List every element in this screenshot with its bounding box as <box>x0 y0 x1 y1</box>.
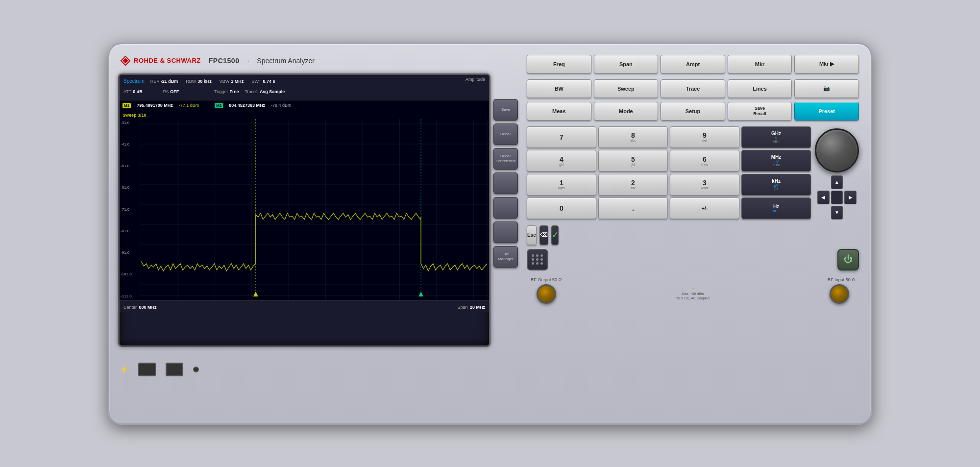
right-panel: Freq Span Ampt Mkr Mkr ▶ BW Sweep Trace … <box>525 53 861 415</box>
marker-m2-freq: 804.4527363 MHz <box>229 103 265 108</box>
key-dot[interactable]: . <box>598 197 668 219</box>
key-5[interactable]: 5jkl <box>598 150 668 172</box>
bottom-ports-row: ⚡ <box>118 352 518 387</box>
trace-label: Trace1 <box>245 89 258 94</box>
usb-port-1 <box>138 363 156 376</box>
side-buttons-column: Save Recall RecallScreenshot FileManager <box>493 74 518 347</box>
screen-display[interactable]: Spectrum REF-21 dBm RBW30 kHz VBW1 MHz S… <box>118 74 490 347</box>
key-1[interactable]: 1pqrs <box>527 174 596 196</box>
marker-m1-label: M1 <box>122 103 131 108</box>
marker-m1-value: -77.1 dBm <box>179 103 199 108</box>
logo-text: ROHDE & SCHWARZ <box>134 57 201 64</box>
preset-button[interactable]: Preset <box>794 102 859 121</box>
sweep-button[interactable]: Sweep <box>594 79 659 98</box>
setup-button[interactable]: Setup <box>661 102 725 121</box>
screen-wrapper: Spectrum REF-21 dBm RBW30 kHz VBW1 MHz S… <box>118 74 518 347</box>
usb-port-2 <box>166 363 183 376</box>
span-label: Span <box>458 305 468 310</box>
key-7[interactable]: 7 <box>527 126 596 148</box>
vbw-label: VBW <box>220 79 230 84</box>
spectrum-area: -31.0 -41.0 -51.0 -61.0 -71.0 -81.0 -91.… <box>120 119 489 300</box>
key-6[interactable]: 6mno <box>670 150 739 172</box>
left-section: ROHDE & SCHWARZ FPC1500 · Spectrum Analy… <box>118 53 518 415</box>
save-recall-button[interactable]: SaveRecall <box>728 102 792 121</box>
recall-button[interactable]: Recall <box>493 123 518 145</box>
usb-symbol-icon: ⚡ <box>120 366 128 373</box>
mkr-right-button[interactable]: Mkr ▶ <box>794 55 859 74</box>
lines-button[interactable]: Lines <box>728 79 792 98</box>
backspace-button[interactable]: ⌫ <box>539 225 548 245</box>
trace-value: Avg Sample <box>260 89 285 94</box>
ref-label: REF <box>150 79 159 84</box>
marker-m2-value: -79.4 dBm <box>271 103 292 108</box>
marker-m1-freq: 795.4991708 MHz <box>137 103 173 108</box>
logo-area: ROHDE & SCHWARZ <box>120 55 201 66</box>
spectrum-label: Spectrum <box>123 78 145 84</box>
marker-m2-label: M2 <box>215 103 223 108</box>
amplitude-label: Amplitude <box>466 77 485 82</box>
header-bar: ROHDE & SCHWARZ FPC1500 · Spectrum Analy… <box>118 53 518 69</box>
bw-button[interactable]: BW <box>527 79 591 98</box>
bottom-row-buttons: ⏻ <box>525 249 861 270</box>
file-manager-button[interactable]: FileManager <box>493 246 518 268</box>
function-buttons-row2: BW Sweep Trace Lines 📷 <box>525 79 861 98</box>
span-button[interactable]: Span <box>594 55 659 74</box>
att-label: ATT <box>123 89 131 94</box>
screenshot-camera-button[interactable]: 📷 <box>794 79 859 98</box>
model-text: FPC1500 <box>209 57 240 65</box>
power-button[interactable]: ⏻ <box>837 249 859 270</box>
rf-warning-text: ⚠ Max. +30 dBm50 V DC, AC Coupled <box>676 287 710 301</box>
meas-button[interactable]: Meas <box>527 102 591 121</box>
key-plusminus[interactable]: +/- <box>670 197 739 219</box>
side-btn-5[interactable] <box>493 197 518 219</box>
side-btn-6[interactable] <box>493 221 518 243</box>
freq-button[interactable]: Freq <box>527 55 591 74</box>
key-2[interactable]: 2tuv <box>598 174 668 196</box>
span-value: 20 MHz <box>470 305 485 310</box>
menu-dots-button[interactable] <box>527 249 548 270</box>
analyzer-type: Spectrum Analyzer <box>257 57 315 65</box>
att-value: 0 dB <box>133 89 143 94</box>
ampt-button[interactable]: Ampt <box>661 55 725 74</box>
key-ghz[interactable]: GHz V -dBm <box>741 126 811 148</box>
arrow-right-button[interactable]: ▶ <box>844 191 857 204</box>
instrument-body: ROHDE & SCHWARZ FPC1500 · Spectrum Analy… <box>108 43 872 425</box>
key-0[interactable]: 0 <box>527 197 596 219</box>
key-8[interactable]: 8abc <box>598 126 668 148</box>
separator: · <box>247 57 249 65</box>
rotary-knob[interactable] <box>815 128 859 172</box>
key-4[interactable]: 4ghi <box>527 150 596 172</box>
key-khz[interactable]: kHz μV μs <box>741 174 811 196</box>
power-icon: ⏻ <box>844 254 853 265</box>
arrow-down-button[interactable]: ▼ <box>831 206 843 220</box>
center-label: Center <box>123 305 137 310</box>
rf-input-connector <box>830 284 849 304</box>
keypad-area: 7 8abc 9def GHz V -dBm 4ghi 5jkl 6mno MH… <box>525 124 861 221</box>
key-9[interactable]: 9def <box>670 126 739 148</box>
trigger-value: Free <box>229 89 239 94</box>
screen-header: Spectrum REF-21 dBm RBW30 kHz VBW1 MHz S… <box>120 75 489 100</box>
esc-button[interactable]: Esc <box>527 225 537 245</box>
mkr-button[interactable]: Mkr <box>728 55 792 74</box>
svg-marker-28 <box>418 292 423 296</box>
recall-screenshot-button[interactable]: RecallScreenshot <box>493 148 518 170</box>
dots-grid-icon <box>532 254 543 265</box>
key-3[interactable]: 3wxyz <box>670 174 739 196</box>
key-mhz[interactable]: MHz mV dBm <box>741 150 811 172</box>
arrow-up-button[interactable]: ▲ <box>831 175 843 189</box>
arrow-left-button[interactable]: ◀ <box>817 191 830 204</box>
save-button[interactable]: Save <box>493 99 518 121</box>
ref-value: -21 dBm <box>161 79 178 84</box>
mode-button[interactable]: Mode <box>594 102 659 121</box>
function-buttons-row3: Meas Mode Setup SaveRecall Preset <box>525 102 861 121</box>
trace-button[interactable]: Trace <box>661 79 725 98</box>
number-keypad: 7 8abc 9def GHz V -dBm 4ghi 5jkl 6mno MH… <box>527 126 811 220</box>
svg-marker-27 <box>253 292 258 296</box>
function-buttons-row1: Freq Span Ampt Mkr Mkr ▶ <box>525 53 861 75</box>
pa-value: OFF <box>170 89 179 94</box>
key-hz[interactable]: Hz dB.. <box>741 197 811 219</box>
arrow-center-button <box>831 191 843 204</box>
side-btn-4[interactable] <box>493 172 518 194</box>
arrow-pad: ▲ ◀ ▶ ▼ <box>817 175 857 220</box>
enter-button[interactable]: ✓ <box>551 225 559 245</box>
